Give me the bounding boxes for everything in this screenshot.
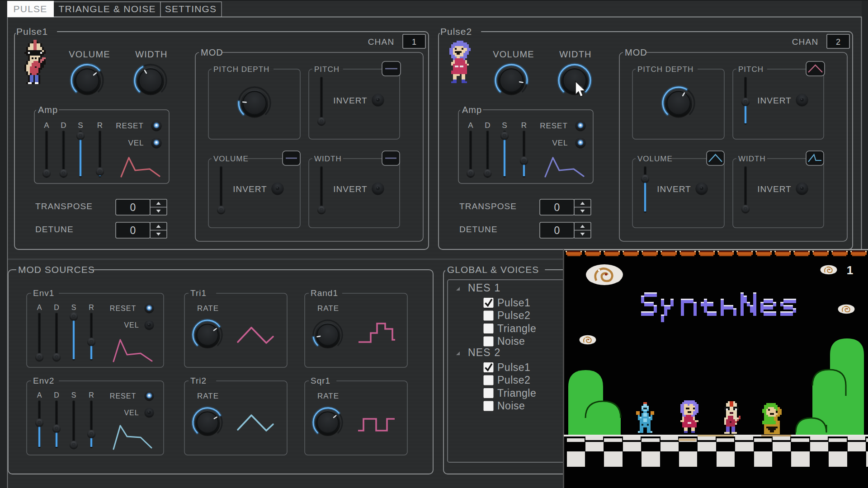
- svg-text:Noise: Noise: [497, 400, 525, 412]
- svg-text:0: 0: [130, 202, 136, 213]
- svg-text:2: 2: [836, 38, 840, 47]
- svg-text:VEL: VEL: [124, 321, 139, 329]
- svg-text:VEL: VEL: [552, 139, 568, 147]
- svg-text:Triangle: Triangle: [497, 387, 536, 399]
- svg-text:PITCH: PITCH: [314, 65, 340, 74]
- svg-text:1: 1: [847, 263, 853, 277]
- svg-text:INVERT: INVERT: [757, 96, 791, 105]
- svg-text:MOD: MOD: [201, 47, 223, 57]
- svg-text:1: 1: [412, 38, 416, 47]
- svg-text:WIDTH: WIDTH: [738, 155, 766, 163]
- svg-text:Noise: Noise: [497, 335, 525, 347]
- svg-text:PITCH DEPTH: PITCH DEPTH: [637, 65, 693, 74]
- svg-text:Amp: Amp: [462, 105, 482, 115]
- svg-text:CHAN: CHAN: [368, 37, 395, 47]
- svg-text:VOLUME: VOLUME: [637, 155, 673, 163]
- svg-text:NES 2: NES 2: [468, 347, 500, 358]
- svg-text:R: R: [89, 304, 94, 311]
- svg-text:Rand1: Rand1: [311, 288, 338, 298]
- svg-text:R: R: [521, 121, 527, 130]
- svg-text:CHAN: CHAN: [792, 37, 819, 47]
- svg-text:INVERT: INVERT: [757, 184, 791, 194]
- svg-text:RESET: RESET: [540, 122, 568, 130]
- svg-text:Tri2: Tri2: [190, 376, 207, 385]
- svg-text:RATE: RATE: [317, 392, 339, 400]
- svg-text:S: S: [71, 304, 76, 311]
- svg-text:TRANSPOSE: TRANSPOSE: [459, 202, 517, 211]
- svg-text:PITCH DEPTH: PITCH DEPTH: [213, 65, 269, 74]
- svg-text:VOLUME: VOLUME: [493, 49, 534, 59]
- svg-text:R: R: [89, 391, 94, 399]
- svg-text:D: D: [61, 121, 66, 130]
- svg-text:A: A: [468, 121, 473, 130]
- svg-text:Pulse1: Pulse1: [497, 361, 530, 373]
- svg-text:INVERT: INVERT: [657, 184, 691, 194]
- svg-text:RESET: RESET: [116, 122, 144, 130]
- svg-text:Pulse1: Pulse1: [497, 297, 530, 309]
- svg-text:0: 0: [554, 225, 560, 236]
- svg-text:TRANSPOSE: TRANSPOSE: [35, 202, 93, 211]
- svg-text:INVERT: INVERT: [333, 184, 367, 194]
- svg-text:INVERT: INVERT: [333, 96, 367, 105]
- svg-text:SETTINGS: SETTINGS: [165, 4, 217, 14]
- svg-text:D: D: [485, 121, 490, 130]
- svg-text:VEL: VEL: [124, 409, 139, 417]
- svg-text:NES 1: NES 1: [468, 282, 500, 294]
- svg-text:GLOBAL & VOICES: GLOBAL & VOICES: [447, 264, 539, 275]
- svg-text:Env1: Env1: [33, 288, 54, 298]
- svg-text:A: A: [37, 304, 42, 311]
- svg-text:D: D: [54, 391, 59, 399]
- svg-text:RATE: RATE: [317, 304, 339, 313]
- svg-text:WIDTH: WIDTH: [135, 49, 168, 59]
- svg-text:R: R: [97, 121, 103, 130]
- svg-text:DETUNE: DETUNE: [35, 225, 74, 234]
- svg-text:Amp: Amp: [38, 105, 58, 115]
- svg-text:INVERT: INVERT: [233, 184, 267, 194]
- svg-text:Pulse2: Pulse2: [497, 374, 530, 386]
- svg-text:A: A: [44, 121, 49, 130]
- svg-text:VOLUME: VOLUME: [69, 49, 110, 59]
- svg-text:Env2: Env2: [33, 376, 54, 385]
- svg-text:Pulse1: Pulse1: [16, 26, 48, 37]
- svg-text:WIDTH: WIDTH: [314, 155, 342, 163]
- svg-text:D: D: [54, 304, 59, 311]
- svg-text:0: 0: [130, 225, 136, 236]
- svg-text:A: A: [37, 391, 42, 399]
- svg-text:Tri1: Tri1: [190, 288, 207, 298]
- svg-text:RATE: RATE: [197, 304, 219, 313]
- svg-text:Sqr1: Sqr1: [311, 376, 330, 385]
- svg-text:VOLUME: VOLUME: [213, 155, 249, 163]
- svg-text:S: S: [71, 391, 76, 399]
- svg-text:S: S: [502, 121, 507, 130]
- svg-text:Pulse2: Pulse2: [440, 26, 472, 37]
- svg-text:VEL: VEL: [128, 139, 144, 147]
- svg-text:DETUNE: DETUNE: [459, 225, 498, 234]
- svg-text:WIDTH: WIDTH: [559, 49, 592, 59]
- svg-text:MOD SOURCES: MOD SOURCES: [18, 264, 95, 275]
- svg-text:RESET: RESET: [110, 305, 136, 312]
- svg-text:RESET: RESET: [110, 392, 136, 400]
- svg-text:PITCH: PITCH: [738, 65, 764, 74]
- svg-text:PULSE: PULSE: [14, 4, 47, 14]
- svg-text:Pulse2: Pulse2: [497, 310, 530, 321]
- svg-text:RATE: RATE: [197, 392, 219, 400]
- svg-text:Triangle: Triangle: [497, 323, 536, 334]
- svg-text:S: S: [78, 121, 83, 130]
- svg-text:TRIANGLE & NOISE: TRIANGLE & NOISE: [58, 4, 156, 14]
- svg-text:MOD: MOD: [625, 47, 647, 57]
- svg-text:0: 0: [554, 202, 560, 213]
